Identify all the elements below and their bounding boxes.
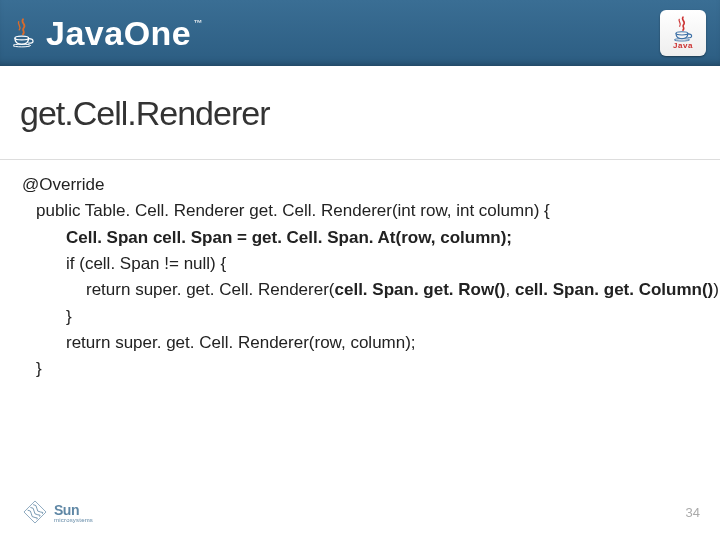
- code-text: return super. get. Cell. Renderer(: [86, 280, 335, 299]
- coffee-cup-icon: [10, 18, 36, 48]
- slide-title: get.Cell.Renderer: [20, 94, 700, 133]
- code-line: Cell. Span cell. Span = get. Cell. Span.…: [22, 225, 698, 251]
- javaone-logo: JavaOne ™: [10, 14, 203, 53]
- code-line: }: [22, 304, 698, 330]
- sun-text-group: Sun microsystems: [54, 502, 93, 523]
- title-area: get.Cell.Renderer: [0, 66, 720, 151]
- company-name: Sun: [54, 502, 93, 518]
- footer: Sun microsystems 34: [0, 484, 720, 540]
- conference-name-text: JavaOne: [46, 14, 191, 53]
- svg-point-2: [676, 32, 688, 35]
- code-bold: cell. Span. get. Column(): [515, 280, 713, 299]
- code-bold: cell. Span. get. Row(): [335, 280, 506, 299]
- conference-name: JavaOne ™: [46, 14, 203, 53]
- company-sub: microsystems: [54, 517, 93, 523]
- code-line: if (cell. Span != null) {: [22, 251, 698, 277]
- svg-point-0: [15, 36, 29, 40]
- svg-point-1: [13, 44, 31, 47]
- page-number: 34: [686, 505, 700, 520]
- code-line: return super. get. Cell. Renderer(row, c…: [22, 330, 698, 356]
- code-line: return super. get. Cell. Renderer(cell. …: [22, 277, 698, 303]
- code-text: ,: [505, 280, 514, 299]
- header-bar: JavaOne ™ Java: [0, 0, 720, 66]
- code-text: );: [713, 280, 720, 299]
- sun-mark-icon: [22, 499, 48, 525]
- code-content: @Override public Table. Cell. Renderer g…: [0, 160, 720, 383]
- sun-logo: Sun microsystems: [22, 499, 93, 525]
- code-line: }: [22, 356, 698, 382]
- code-line: public Table. Cell. Renderer get. Cell. …: [22, 198, 698, 224]
- java-cup-icon: [672, 16, 694, 42]
- java-badge-label: Java: [673, 41, 693, 50]
- slide: JavaOne ™ Java get.Cell.Renderer @Overri…: [0, 0, 720, 540]
- java-badge: Java: [660, 10, 706, 56]
- code-line: @Override: [22, 172, 698, 198]
- code-bold: Cell. Span cell. Span = get. Cell. Span.…: [66, 228, 512, 247]
- trademark-symbol: ™: [193, 18, 203, 28]
